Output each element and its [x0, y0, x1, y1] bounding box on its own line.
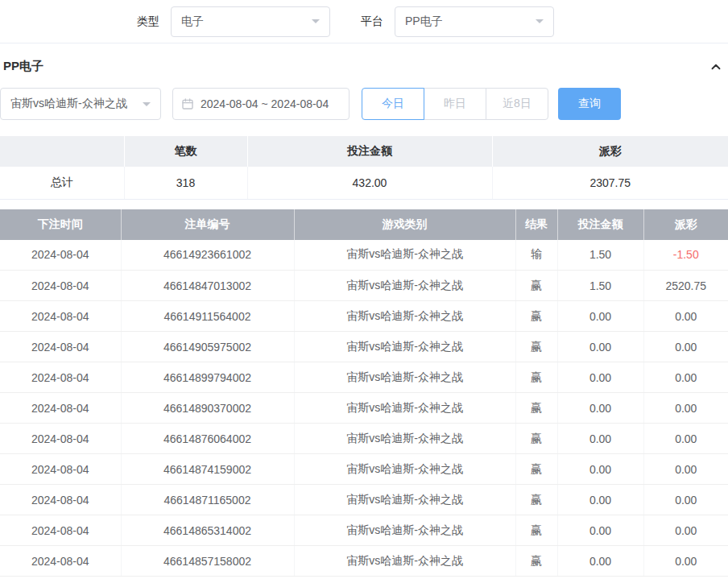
bet-time: 2024-08-04	[0, 332, 121, 362]
bet-game: 宙斯vs哈迪斯-众神之战	[294, 454, 515, 485]
section-header: PP电子	[0, 43, 728, 88]
bet-order-no: 46614911564002	[121, 301, 294, 332]
today-button[interactable]: 今日	[362, 88, 424, 120]
date-range-input[interactable]: 2024-08-04 ~ 2024-08-04	[172, 88, 350, 120]
table-row: 2024-08-0446614905975002宙斯vs哈迪斯-众神之战赢0.0…	[0, 332, 728, 362]
bet-payout: 0.00	[643, 454, 728, 485]
bet-result: 输	[515, 240, 557, 271]
last-8-days-button[interactable]: 近8日	[486, 88, 548, 120]
bet-game: 宙斯vs哈迪斯-众神之战	[294, 393, 515, 424]
bet-payout: -1.50	[643, 240, 728, 271]
type-label: 类型	[137, 14, 159, 29]
bet-time: 2024-08-04	[0, 271, 121, 301]
summary-table: 笔数 投注金额 派彩 总计 318 432.00 2307.75	[0, 136, 728, 200]
bet-game: 宙斯vs哈迪斯-众神之战	[294, 424, 515, 454]
table-row: 2024-08-0446614847013002宙斯vs哈迪斯-众神之战赢1.5…	[0, 271, 728, 301]
bet-amount: 0.00	[557, 393, 643, 424]
type-select[interactable]: 电子	[171, 6, 330, 37]
bet-payout: 0.00	[643, 301, 728, 332]
bet-amount: 0.00	[557, 332, 643, 362]
summary-bet-amount-value: 432.00	[247, 167, 492, 199]
section-title: PP电子	[3, 59, 43, 74]
query-toolbar: 宙斯vs哈迪斯-众神之战 2024-08-04 ~ 2024-08-04 今日 …	[0, 88, 728, 136]
bet-payout: 0.00	[643, 515, 728, 546]
game-select-value: 宙斯vs哈迪斯-众神之战	[10, 97, 127, 111]
bet-time: 2024-08-04	[0, 362, 121, 393]
bet-amount: 0.00	[557, 301, 643, 332]
bet-payout: 0.00	[643, 332, 728, 362]
bet-result: 赢	[515, 332, 557, 362]
chevron-down-icon	[312, 19, 320, 27]
bet-game: 宙斯vs哈迪斯-众神之战	[294, 546, 515, 577]
table-row: 2024-08-0446614911564002宙斯vs哈迪斯-众神之战赢0.0…	[0, 301, 728, 332]
summary-col-bet-amount: 投注金额	[247, 136, 492, 167]
bet-amount: 0.00	[557, 454, 643, 485]
summary-col-count: 笔数	[124, 136, 247, 167]
bets-column-header: 游戏类别	[294, 209, 515, 240]
bet-payout: 0.00	[643, 485, 728, 515]
bet-game: 宙斯vs哈迪斯-众神之战	[294, 362, 515, 393]
top-filter-bar: 类型 电子 平台 PP电子	[0, 0, 728, 43]
summary-count-value: 318	[124, 167, 247, 199]
bet-game: 宙斯vs哈迪斯-众神之战	[294, 240, 515, 271]
bet-result: 赢	[515, 301, 557, 332]
bet-order-no: 46614890370002	[121, 393, 294, 424]
date-range-value: 2024-08-04 ~ 2024-08-04	[201, 97, 329, 110]
bet-order-no: 46614874159002	[121, 454, 294, 485]
bet-result: 赢	[515, 515, 557, 546]
table-row: 2024-08-0446614923661002宙斯vs哈迪斯-众神之战输1.5…	[0, 240, 728, 271]
bet-game: 宙斯vs哈迪斯-众神之战	[294, 332, 515, 362]
yesterday-button[interactable]: 昨日	[424, 88, 486, 120]
bet-time: 2024-08-04	[0, 515, 121, 546]
bets-column-header: 下注时间	[0, 209, 121, 240]
bet-amount: 0.00	[557, 424, 643, 454]
bet-amount: 0.00	[557, 362, 643, 393]
bet-result: 赢	[515, 362, 557, 393]
bet-result: 赢	[515, 485, 557, 515]
bets-column-header: 注单编号	[121, 209, 294, 240]
bet-amount: 0.00	[557, 515, 643, 546]
bet-time: 2024-08-04	[0, 546, 121, 577]
bet-payout: 0.00	[643, 546, 728, 577]
bet-result: 赢	[515, 546, 557, 577]
bets-column-header: 派彩	[643, 209, 728, 240]
bet-game: 宙斯vs哈迪斯-众神之战	[294, 271, 515, 301]
bet-result: 赢	[515, 393, 557, 424]
bet-order-no: 46614871165002	[121, 485, 294, 515]
platform-select-value: PP电子	[405, 14, 443, 29]
chevron-down-icon	[536, 19, 544, 27]
bet-amount: 1.50	[557, 271, 643, 301]
bet-time: 2024-08-04	[0, 240, 121, 271]
bet-order-no: 46614847013002	[121, 271, 294, 301]
chevron-down-icon	[143, 102, 151, 110]
table-row: 2024-08-0446614899794002宙斯vs哈迪斯-众神之战赢0.0…	[0, 362, 728, 393]
bet-game: 宙斯vs哈迪斯-众神之战	[294, 515, 515, 546]
bets-column-header: 结果	[515, 209, 557, 240]
table-row: 2024-08-0446614874159002宙斯vs哈迪斯-众神之战赢0.0…	[0, 454, 728, 485]
platform-select[interactable]: PP电子	[395, 6, 554, 37]
table-row: 2024-08-0446614857158002宙斯vs哈迪斯-众神之战赢0.0…	[0, 546, 728, 577]
table-row: 2024-08-0446614871165002宙斯vs哈迪斯-众神之战赢0.0…	[0, 485, 728, 515]
bet-result: 赢	[515, 271, 557, 301]
bet-result: 赢	[515, 454, 557, 485]
bet-order-no: 46614857158002	[121, 546, 294, 577]
table-row: 2024-08-0446614865314002宙斯vs哈迪斯-众神之战赢0.0…	[0, 515, 728, 546]
summary-payout-value: 2307.75	[492, 167, 728, 199]
bet-payout: 2520.75	[643, 271, 728, 301]
bet-time: 2024-08-04	[0, 393, 121, 424]
query-button[interactable]: 查询	[558, 88, 621, 120]
chevron-up-icon[interactable]	[709, 60, 723, 74]
bet-amount: 0.00	[557, 546, 643, 577]
game-select[interactable]: 宙斯vs哈迪斯-众神之战	[0, 88, 161, 120]
summary-col-payout: 派彩	[492, 136, 728, 167]
bet-order-no: 46614876064002	[121, 424, 294, 454]
bet-order-no: 46614923661002	[121, 240, 294, 271]
summary-col-empty	[0, 136, 124, 167]
calendar-icon	[181, 97, 194, 110]
bet-result: 赢	[515, 424, 557, 454]
bet-game: 宙斯vs哈迪斯-众神之战	[294, 485, 515, 515]
platform-label: 平台	[361, 14, 383, 29]
summary-header-row: 笔数 投注金额 派彩	[0, 136, 728, 167]
table-row: 2024-08-0446614876064002宙斯vs哈迪斯-众神之战赢0.0…	[0, 424, 728, 454]
quick-range-group: 今日 昨日 近8日	[362, 88, 548, 120]
